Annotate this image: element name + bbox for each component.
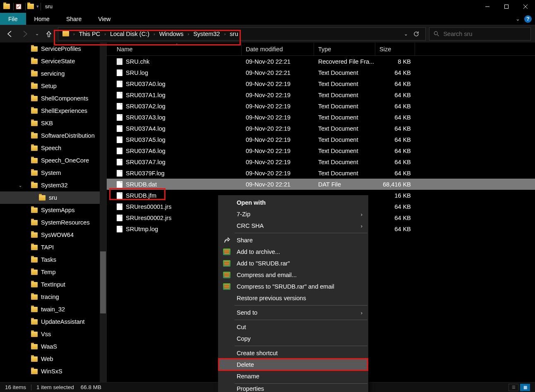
tree-item[interactable]: System <box>0 167 106 179</box>
file-row[interactable]: SRU037A5.log09-Nov-20 22:19Text Document… <box>107 134 535 145</box>
tree-item[interactable]: SoftwareDistribution <box>0 129 106 142</box>
file-row[interactable]: SRU037A3.log09-Nov-20 22:19Text Document… <box>107 112 535 123</box>
context-menu-item[interactable]: Open with <box>218 197 368 208</box>
ribbon-tab-share[interactable]: Share <box>58 13 90 25</box>
file-row[interactable]: SRU037A6.log09-Nov-20 22:19Text Document… <box>107 145 535 156</box>
tree-item[interactable]: servicing <box>0 67 106 80</box>
refresh-icon[interactable] <box>413 31 420 37</box>
tree-item[interactable]: TextInput <box>0 278 106 291</box>
context-menu-item[interactable]: Restore previous versions <box>218 292 368 304</box>
context-menu-item[interactable]: Cut <box>218 321 368 333</box>
file-row[interactable]: SRU0379F.log09-Nov-20 22:19Text Document… <box>107 167 535 179</box>
file-row[interactable]: SRU037A4.log09-Nov-20 22:19Text Document… <box>107 123 535 134</box>
minimize-button[interactable] <box>478 0 497 13</box>
file-row[interactable]: SRU037A1.log09-Nov-20 22:19Text Document… <box>107 89 535 100</box>
qat-dropdown-icon[interactable]: ▾ <box>36 4 39 9</box>
up-button[interactable] <box>43 28 55 40</box>
file-row[interactable]: SRU037A2.log09-Nov-20 22:19Text Document… <box>107 100 535 112</box>
file-row[interactable]: SRU.chk09-Nov-20 22:21Recovered File Fra… <box>107 56 535 67</box>
forward-button[interactable] <box>19 28 31 40</box>
tree-item[interactable]: Speech <box>0 142 106 154</box>
tree-item[interactable]: Temp <box>0 266 106 278</box>
column-type[interactable]: Type <box>314 43 375 55</box>
tree-item[interactable]: ShellComponents <box>0 92 106 105</box>
tree-item[interactable]: Setup <box>0 80 106 92</box>
context-menu-item[interactable]: CRC SHA› <box>218 220 368 232</box>
tree-item[interactable]: SKB <box>0 117 106 129</box>
file-row[interactable]: SRU037A7.log09-Nov-20 22:19Text Document… <box>107 156 535 167</box>
ribbon-tab-home[interactable]: Home <box>26 13 58 25</box>
scrollbar[interactable] <box>100 43 106 382</box>
help-icon[interactable]: ? <box>524 15 532 23</box>
ribbon-tab-view[interactable]: View <box>90 13 119 25</box>
context-menu-item[interactable]: Compress and email... <box>218 269 368 281</box>
tree-item[interactable]: sru <box>0 191 106 204</box>
context-menu-item[interactable]: Delete <box>218 359 368 370</box>
tree-item[interactable]: Tasks <box>0 253 106 266</box>
view-thumbnails-button[interactable]: ▦ <box>520 384 530 391</box>
column-name[interactable]: ▲Name <box>113 43 242 55</box>
navigation-tree[interactable]: ServiceProfilesServiceStateservicingSetu… <box>0 43 107 382</box>
tree-item[interactable]: Web <box>0 353 106 365</box>
scrollbar-thumb[interactable] <box>100 251 106 313</box>
chevron-right-icon[interactable]: › <box>152 31 157 36</box>
qat-properties-icon[interactable] <box>15 3 22 10</box>
context-menu-item[interactable]: Share <box>218 234 368 246</box>
breadcrumb-segment[interactable]: sru <box>228 28 240 40</box>
tree-item[interactable]: Speech_OneCore <box>0 154 106 167</box>
breadcrumb-segment[interactable]: Local Disk (C:) <box>108 28 151 40</box>
context-menu-item[interactable]: Copy <box>218 333 368 344</box>
context-menu-item[interactable]: Compress to "SRUDB.rar" and email <box>218 281 368 292</box>
search-box[interactable] <box>429 27 531 41</box>
breadcrumb-segment[interactable]: System32 <box>192 28 221 40</box>
file-row[interactable]: SRU.log09-Nov-20 22:21Text Document64 KB <box>107 67 535 78</box>
tree-item[interactable]: UpdateAssistant <box>0 316 106 328</box>
ribbon-collapse-icon[interactable]: ⌄ <box>516 16 520 22</box>
tree-item[interactable]: SysWOW64 <box>0 229 106 241</box>
ribbon-tab-file[interactable]: File <box>0 13 26 25</box>
expand-icon[interactable]: ⌄ <box>19 183 22 188</box>
tree-item-label: Temp <box>41 269 55 275</box>
address-bar[interactable]: › This PC › Local Disk (C:) › Windows › … <box>58 27 426 41</box>
context-menu-item[interactable]: 7-Zip› <box>218 208 368 220</box>
tree-item[interactable]: SystemResources <box>0 216 106 229</box>
back-button[interactable] <box>4 28 16 40</box>
column-size[interactable]: Size <box>375 43 415 55</box>
chevron-right-icon[interactable]: › <box>72 31 77 36</box>
context-menu-item[interactable]: Properties <box>218 385 368 392</box>
column-date[interactable]: Date modified <box>242 43 314 55</box>
tree-item[interactable]: ⌄System32 <box>0 179 106 191</box>
context-menu-item[interactable]: Send to› <box>218 307 368 318</box>
chevron-right-icon[interactable]: › <box>223 31 228 36</box>
context-menu-item[interactable]: Rename <box>218 370 368 382</box>
chevron-right-icon[interactable]: › <box>103 31 108 36</box>
tree-item[interactable]: Vss <box>0 328 106 340</box>
tree-item[interactable]: TAPI <box>0 241 106 253</box>
tree-item[interactable]: WaaS <box>0 340 106 353</box>
tree-item[interactable]: WinSxS <box>0 365 106 378</box>
address-dropdown-icon[interactable]: ⌄ <box>404 31 408 37</box>
context-menu-item[interactable]: Add to "SRUDB.rar" <box>218 258 368 269</box>
view-details-button[interactable]: ☰ <box>509 384 518 391</box>
file-row[interactable]: SRUDB.dat09-Nov-20 22:21DAT File68,416 K… <box>107 179 535 190</box>
tree-item[interactable]: tracing <box>0 291 106 303</box>
close-button[interactable] <box>516 0 535 13</box>
chevron-right-icon[interactable]: › <box>186 31 191 36</box>
tree-item[interactable]: ShellExperiences <box>0 105 106 117</box>
context-menu-item[interactable]: Add to archive... <box>218 246 368 258</box>
folder-icon <box>31 183 38 188</box>
file-row[interactable]: SRU037A0.log09-Nov-20 22:19Text Document… <box>107 78 535 89</box>
tree-item[interactable]: ServiceProfiles <box>0 43 106 55</box>
tree-item[interactable]: SystemApps <box>0 204 106 216</box>
breadcrumb-segment[interactable]: Windows <box>158 28 185 40</box>
maximize-button[interactable] <box>497 0 516 13</box>
search-input[interactable] <box>443 31 526 37</box>
submenu-arrow-icon: › <box>361 211 362 218</box>
tree-item[interactable]: ServiceState <box>0 55 106 67</box>
tree-item-label: SoftwareDistribution <box>41 132 95 139</box>
history-dropdown-icon[interactable]: ⌄ <box>34 28 40 40</box>
breadcrumb-segment[interactable]: This PC <box>77 28 102 40</box>
tree-item[interactable]: twain_32 <box>0 303 106 316</box>
file-icon <box>117 170 122 177</box>
context-menu-item[interactable]: Create shortcut <box>218 347 368 359</box>
